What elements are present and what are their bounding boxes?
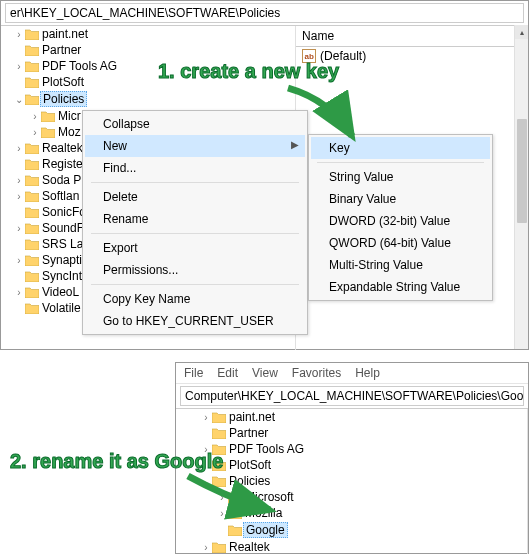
tree-item-label: Partner <box>227 426 270 440</box>
context-submenu-new[interactable]: KeyString ValueBinary ValueDWORD (32-bit… <box>308 134 493 301</box>
chevron-right-icon[interactable]: › <box>14 255 24 266</box>
menu-item[interactable]: Key <box>311 137 490 159</box>
tree-item[interactable]: Partner <box>1 42 295 58</box>
chevron-right-icon[interactable]: › <box>201 444 211 455</box>
folder-icon <box>25 270 39 282</box>
menu-item[interactable]: Expandable String Value <box>311 276 490 298</box>
tree-item-label: VideoL <box>40 285 81 299</box>
folder-icon <box>41 126 55 138</box>
folder-icon <box>25 222 39 234</box>
folder-icon <box>212 411 226 423</box>
tree-item[interactable]: ⌄Policies <box>176 473 527 489</box>
menu-item[interactable]: Export <box>85 237 305 259</box>
list-row[interactable]: ab (Default) <box>296 47 528 65</box>
folder-icon <box>25 254 39 266</box>
chevron-right-icon[interactable]: › <box>217 508 227 519</box>
regedit-window-bottom: FileEditViewFavoritesHelp Computer\HKEY_… <box>175 362 529 554</box>
menu-item[interactable]: New▶ <box>85 135 305 157</box>
folder-icon <box>25 190 39 202</box>
menu-file[interactable]: File <box>184 366 203 380</box>
tree-item-label: Policies <box>40 91 87 107</box>
chevron-down-icon[interactable]: ⌄ <box>14 94 24 105</box>
tree-item[interactable]: Partner <box>176 425 527 441</box>
menu-item[interactable]: Delete <box>85 186 305 208</box>
tree-item-label: SonicFo <box>40 205 88 219</box>
chevron-right-icon[interactable]: › <box>14 287 24 298</box>
chevron-right-icon: ▶ <box>291 139 299 150</box>
menu-item[interactable]: Find... <box>85 157 305 179</box>
chevron-right-icon[interactable]: › <box>14 61 24 72</box>
menu-item[interactable]: Go to HKEY_CURRENT_USER <box>85 310 305 332</box>
folder-icon <box>228 524 242 536</box>
folder-icon <box>25 158 39 170</box>
address-path[interactable]: Computer\HKEY_LOCAL_MACHINE\SOFTWARE\Pol… <box>180 386 524 406</box>
chevron-right-icon[interactable]: › <box>201 542 211 553</box>
menu-item[interactable]: DWORD (32-bit) Value <box>311 210 490 232</box>
chevron-right-icon[interactable]: › <box>14 191 24 202</box>
folder-icon <box>25 76 39 88</box>
string-value-icon: ab <box>302 49 316 63</box>
address-bar: Computer\HKEY_LOCAL_MACHINE\SOFTWARE\Pol… <box>176 384 528 409</box>
scroll-thumb[interactable] <box>517 119 527 223</box>
list-value-default: (Default) <box>320 49 366 63</box>
tree-item[interactable]: ›PDF Tools AG <box>176 441 527 457</box>
folder-icon <box>25 28 39 40</box>
tree-item[interactable]: ⌄Policies <box>1 90 295 108</box>
tree-item[interactable]: ›PDF Tools AG <box>1 58 295 74</box>
tree-item-label: SoundF <box>40 221 86 235</box>
tree-item[interactable]: PlotSoft <box>1 74 295 90</box>
scrollbar-vertical[interactable]: ▴ <box>514 25 528 349</box>
tree-item-label: SyncInt <box>40 269 84 283</box>
menu-separator <box>317 162 484 163</box>
menu-item[interactable]: Binary Value <box>311 188 490 210</box>
menu-bar[interactable]: FileEditViewFavoritesHelp <box>176 363 528 384</box>
chevron-right-icon[interactable]: › <box>30 127 40 138</box>
column-header-name[interactable]: Name <box>296 26 528 47</box>
tree-item-label: Partner <box>40 43 83 57</box>
address-path[interactable]: er\HKEY_LOCAL_MACHINE\SOFTWARE\Policies <box>5 3 524 23</box>
menu-item[interactable]: Rename <box>85 208 305 230</box>
menu-view[interactable]: View <box>252 366 278 380</box>
chevron-right-icon[interactable]: › <box>14 143 24 154</box>
folder-icon <box>41 110 55 122</box>
chevron-right-icon[interactable]: › <box>14 223 24 234</box>
tree-item[interactable]: PlotSoft <box>176 457 527 473</box>
context-menu[interactable]: CollapseNew▶Find...DeleteRenameExportPer… <box>82 110 308 335</box>
tree-pane[interactable]: ›paint.netPartner›PDF Tools AGPlotSoft⌄P… <box>176 409 528 554</box>
tree-item[interactable]: ›Realtek <box>176 539 527 554</box>
chevron-right-icon[interactable]: › <box>14 175 24 186</box>
scroll-up-button[interactable]: ▴ <box>515 25 528 39</box>
folder-icon <box>212 459 226 471</box>
tree-item[interactable]: ›paint.net <box>176 409 527 425</box>
chevron-right-icon[interactable]: › <box>30 111 40 122</box>
folder-icon <box>212 475 226 487</box>
menu-separator <box>91 182 299 183</box>
folder-icon <box>25 206 39 218</box>
folder-icon <box>25 286 39 298</box>
chevron-right-icon[interactable]: › <box>201 412 211 423</box>
chevron-down-icon[interactable]: ⌄ <box>201 476 211 487</box>
tree-item-label: PDF Tools AG <box>40 59 119 73</box>
tree-item-label: Google <box>243 522 288 538</box>
folder-icon <box>228 491 242 503</box>
folder-icon <box>25 60 39 72</box>
tree-item-label: Soda Pl <box>40 173 86 187</box>
menu-item[interactable]: Multi-String Value <box>311 254 490 276</box>
chevron-right-icon[interactable]: › <box>217 492 227 503</box>
menu-item[interactable]: Copy Key Name <box>85 288 305 310</box>
menu-item[interactable]: QWORD (64-bit) Value <box>311 232 490 254</box>
address-bar: er\HKEY_LOCAL_MACHINE\SOFTWARE\Policies <box>1 1 528 26</box>
menu-favorites[interactable]: Favorites <box>292 366 341 380</box>
chevron-right-icon[interactable]: › <box>14 29 24 40</box>
tree-item-label: Microsoft <box>243 490 296 504</box>
menu-edit[interactable]: Edit <box>217 366 238 380</box>
menu-help[interactable]: Help <box>355 366 380 380</box>
tree-item[interactable]: ›paint.net <box>1 26 295 42</box>
menu-item[interactable]: Permissions... <box>85 259 305 281</box>
tree-item[interactable]: Google <box>176 521 527 539</box>
tree-item[interactable]: ›Microsoft <box>176 489 527 505</box>
tree-item-label: Registe <box>40 157 85 171</box>
menu-item[interactable]: Collapse <box>85 113 305 135</box>
menu-item[interactable]: String Value <box>311 166 490 188</box>
tree-item[interactable]: ›Mozilla <box>176 505 527 521</box>
